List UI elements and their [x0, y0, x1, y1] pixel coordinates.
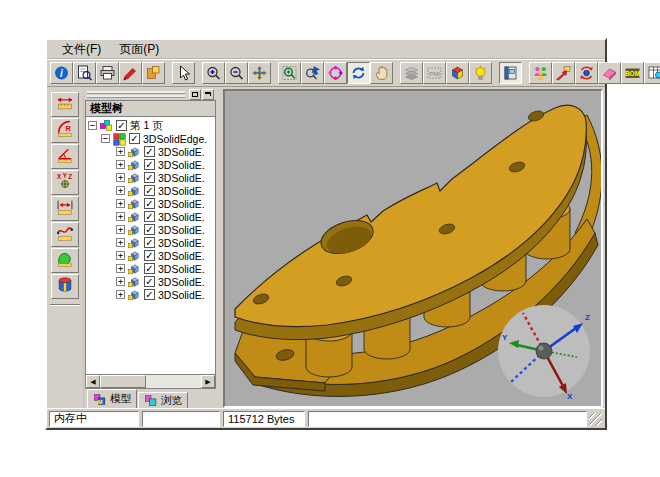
info-button[interactable]: i: [50, 62, 73, 84]
expand-icon[interactable]: +: [116, 277, 125, 286]
print-preview-button[interactable]: [73, 62, 96, 84]
checkbox[interactable]: ✓: [144, 289, 155, 300]
expand-icon[interactable]: +: [116, 238, 125, 247]
tree-item-part[interactable]: +✓3DSolidE.: [88, 288, 215, 301]
resize-grip[interactable]: [589, 413, 602, 426]
tree-hscrollbar[interactable]: ◀ ▶: [86, 374, 215, 388]
scroll-thumb[interactable]: [100, 375, 146, 388]
expand-icon[interactable]: +: [116, 173, 125, 182]
panel-gripper[interactable]: [85, 89, 216, 100]
light-button[interactable]: [469, 62, 492, 84]
views-cube-icon: [449, 65, 466, 81]
scroll-left-button[interactable]: ◀: [86, 375, 100, 388]
expand-icon[interactable]: +: [116, 264, 125, 273]
menu-bar: 文件(F) 页面(P): [47, 40, 605, 59]
menu-page[interactable]: 页面(P): [110, 39, 168, 60]
checkbox[interactable]: ✓: [129, 133, 140, 144]
table-view-button[interactable]: [644, 62, 660, 84]
tree-item-part[interactable]: +✓3DSolidE.: [88, 171, 215, 184]
checkbox[interactable]: ✓: [144, 146, 155, 157]
tree-item-part[interactable]: +✓3DSolidE.: [88, 249, 215, 262]
expand-icon[interactable]: +: [116, 212, 125, 221]
color-doc-button[interactable]: [142, 62, 165, 84]
expand-icon[interactable]: +: [116, 251, 125, 260]
scroll-right-button[interactable]: ▶: [201, 375, 215, 388]
menu-file[interactable]: 文件(F): [53, 39, 110, 60]
tree-item-part[interactable]: +✓3DSolidE.: [88, 275, 215, 288]
checkbox[interactable]: ✓: [144, 172, 155, 183]
views-cube-button[interactable]: [446, 62, 469, 84]
measure-curve-button[interactable]: [51, 222, 79, 247]
svg-text:PMI: PMI: [429, 70, 440, 76]
tree-item-part[interactable]: +✓3DSolidE.: [88, 184, 215, 197]
measure-volume-icon: [56, 276, 74, 297]
zoom-in-icon: [205, 65, 222, 81]
status-bar: 内存中 115712 Bytes: [47, 408, 605, 428]
checkbox[interactable]: ✓: [144, 198, 155, 209]
rotate-button[interactable]: [347, 62, 370, 84]
bom-button[interactable]: BOM: [621, 62, 644, 84]
tree-item-part[interactable]: +✓3DSolidE.: [88, 197, 215, 210]
checkbox[interactable]: ✓: [144, 250, 155, 261]
checkbox[interactable]: ✓: [144, 276, 155, 287]
checkbox[interactable]: ✓: [144, 263, 155, 274]
tree-item-part[interactable]: +✓3DSolidE.: [88, 145, 215, 158]
orientation-triad[interactable]: Z X Y: [497, 304, 593, 400]
animate-button[interactable]: [575, 62, 598, 84]
zoom-in-button[interactable]: [202, 62, 225, 84]
explode-button[interactable]: [552, 62, 575, 84]
zoom-dynamic-button[interactable]: [301, 62, 324, 84]
expand-icon[interactable]: +: [116, 186, 125, 195]
tab-browse[interactable]: 浏览: [138, 392, 188, 408]
checkbox[interactable]: ✓: [144, 224, 155, 235]
tree-item-part[interactable]: +✓3DSolidE.: [88, 223, 215, 236]
tab-model[interactable]: M 模型: [87, 389, 137, 408]
tree-item-part[interactable]: +✓3DSolidE.: [88, 158, 215, 171]
tree-item-part[interactable]: +✓3DSolidE.: [88, 236, 215, 249]
hand-pan-button[interactable]: [370, 62, 393, 84]
select-cursor-button[interactable]: [172, 62, 195, 84]
checkbox[interactable]: ✓: [144, 185, 155, 196]
panel-hide-button[interactable]: [202, 89, 214, 100]
orbit-button[interactable]: [324, 62, 347, 84]
measure-volume-button[interactable]: [51, 274, 79, 299]
checkbox[interactable]: ✓: [144, 211, 155, 222]
layers-icon: [403, 65, 420, 81]
scroll-track[interactable]: [100, 375, 201, 388]
expand-icon[interactable]: +: [116, 225, 125, 234]
tree-item-part[interactable]: +✓3DSolidE.: [88, 210, 215, 223]
measure-gap-button[interactable]: [51, 196, 79, 221]
tree-item-part[interactable]: +✓3DSolidE.: [88, 262, 215, 275]
zoom-out-button[interactable]: [225, 62, 248, 84]
expand-icon[interactable]: +: [116, 147, 125, 156]
measure-coordinate-button[interactable]: XYZ: [51, 170, 79, 195]
collapse-icon[interactable]: −: [101, 134, 110, 143]
notebook-button[interactable]: [499, 62, 522, 84]
expand-icon[interactable]: +: [116, 199, 125, 208]
tree-item-page[interactable]: − ✓ 第 1 页: [88, 119, 215, 132]
assembly-people-button[interactable]: [529, 62, 552, 84]
pan-cross-button[interactable]: [248, 62, 271, 84]
print-button[interactable]: [96, 62, 119, 84]
panel-float-button[interactable]: [189, 89, 201, 100]
tree-item-assembly[interactable]: − ✓ 3DSolidEdge.: [88, 132, 215, 145]
page-icon: [99, 119, 114, 133]
checkbox[interactable]: ✓: [144, 237, 155, 248]
measure-radius-icon: R: [56, 120, 74, 141]
part-icon: [127, 171, 142, 185]
measure-radius-button[interactable]: R: [51, 118, 79, 143]
zoom-window-button[interactable]: [278, 62, 301, 84]
eraser-button[interactable]: [598, 62, 621, 84]
measure-distance-button[interactable]: [51, 92, 79, 117]
checkbox[interactable]: ✓: [116, 120, 127, 131]
svg-text:M: M: [98, 398, 103, 404]
viewport-3d[interactable]: Z X Y: [223, 89, 603, 408]
panel-splitter[interactable]: [216, 89, 223, 408]
measure-angle-button[interactable]: [51, 144, 79, 169]
measure-area-button[interactable]: [51, 248, 79, 273]
collapse-icon[interactable]: −: [88, 121, 97, 130]
expand-icon[interactable]: +: [116, 160, 125, 169]
markup-pen-button[interactable]: [119, 62, 142, 84]
checkbox[interactable]: ✓: [144, 159, 155, 170]
expand-icon[interactable]: +: [116, 290, 125, 299]
